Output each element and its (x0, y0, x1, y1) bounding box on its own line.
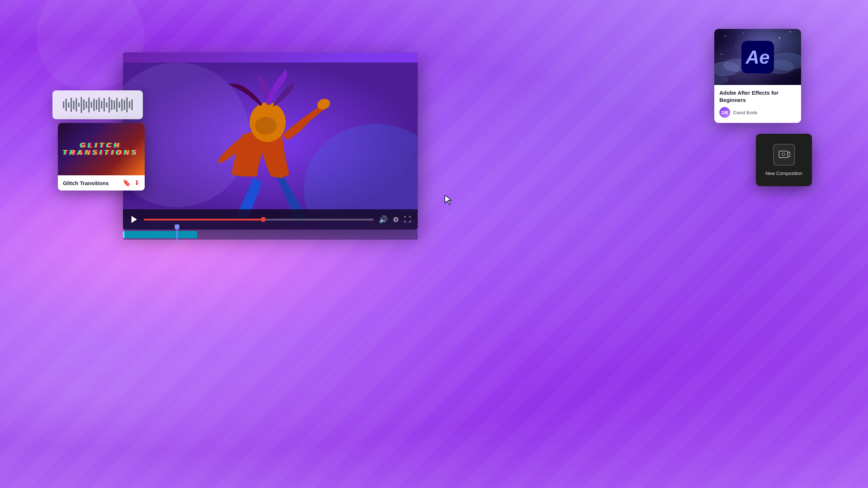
fullscreen-icon[interactable]: ⛶ (404, 215, 411, 224)
waveform-bar (131, 99, 133, 110)
waveform-bar (63, 101, 64, 108)
waveform-bar (76, 98, 77, 112)
waveform-bar (114, 100, 115, 110)
video-controls[interactable]: 🔊 ⚙ ⛶ (123, 209, 418, 230)
waveform-bar (103, 98, 105, 112)
waveform-bar (68, 102, 69, 108)
waveform-bar (101, 101, 102, 109)
glitch-title: Glitch Transitions (63, 180, 109, 186)
timeline-track[interactable] (123, 230, 418, 240)
bookmark-icon[interactable]: 🔖 (123, 179, 131, 187)
waveform-bar (65, 99, 67, 111)
waveform-bar (86, 101, 87, 108)
new-composition-icon (773, 144, 795, 166)
svg-point-14 (736, 47, 736, 47)
settings-icon[interactable]: ⚙ (393, 215, 399, 224)
new-composition-button[interactable]: New Composition (756, 134, 812, 186)
waveform-bar (93, 99, 95, 111)
svg-point-6 (255, 117, 277, 135)
play-button[interactable] (129, 215, 139, 224)
progress-fill (144, 219, 263, 221)
video-content (123, 52, 418, 230)
volume-icon[interactable]: 🔊 (379, 215, 388, 224)
waveform-bar (81, 97, 82, 113)
waveform-bar (124, 100, 125, 110)
waveform-bar (88, 97, 90, 112)
ae-author: DB David Bode (719, 107, 796, 118)
new-composition-label: New Composition (766, 171, 803, 176)
svg-point-11 (779, 37, 780, 39)
dancer-illustration (123, 52, 418, 230)
video-player[interactable]: 🔊 ⚙ ⛶ (123, 52, 418, 230)
waveform-bars (63, 96, 133, 114)
waveform-bar (73, 100, 75, 110)
waveform-bar (96, 100, 97, 110)
waveform-bar (119, 102, 120, 108)
timeline-clip[interactable] (123, 231, 197, 238)
glitch-footer: Glitch Transitions 🔖 ⬇ (58, 175, 145, 191)
waveform-card (52, 90, 143, 119)
svg-marker-7 (131, 216, 137, 223)
waveform-bar (106, 102, 107, 108)
waveform-bar (78, 103, 80, 107)
progress-thumb (261, 217, 266, 222)
svg-point-15 (721, 54, 722, 55)
download-icon[interactable]: ⬇ (134, 179, 140, 187)
svg-point-9 (725, 36, 726, 37)
waveform-bar (111, 99, 112, 110)
progress-bar[interactable] (144, 219, 374, 221)
waveform-bar (91, 102, 92, 108)
composition-icon-svg (778, 148, 791, 161)
waveform-bar (83, 99, 85, 110)
waveform-bar (116, 98, 118, 112)
glitch-card: GLITCH TRANSITIONS Glitch Transitions 🔖 … (58, 123, 145, 191)
timeline-playhead (176, 227, 178, 243)
author-name: David Bode (733, 110, 757, 115)
glitch-subtitle2: TRANSITIONS (63, 149, 139, 157)
ae-card-title: Adobe After Effects for Beginners (719, 89, 796, 103)
waveform-bar (126, 97, 128, 112)
glitch-text: GLITCH TRANSITIONS (63, 142, 139, 157)
waveform-bar (129, 101, 130, 108)
glitch-actions: 🔖 ⬇ (123, 179, 140, 187)
ae-logo: Ae (741, 41, 774, 73)
glitch-subtitle: GLITCH (63, 142, 139, 149)
waveform-bar (109, 97, 110, 113)
cursor (444, 194, 453, 207)
waveform-bar (71, 98, 72, 112)
timeline-area[interactable] (123, 230, 418, 240)
glitch-thumbnail: GLITCH TRANSITIONS (58, 123, 145, 175)
svg-point-12 (790, 31, 791, 33)
svg-point-24 (782, 153, 785, 156)
svg-rect-22 (779, 151, 788, 158)
svg-point-10 (743, 32, 744, 33)
ae-thumbnail: Ae (714, 29, 801, 85)
ae-body: Adobe After Effects for Beginners DB Dav… (714, 85, 801, 123)
author-avatar: DB (719, 107, 730, 118)
waveform-bar (98, 98, 100, 112)
ae-course-card[interactable]: Ae Adobe After Effects for Beginners DB … (714, 29, 801, 123)
waveform-bar (121, 99, 123, 111)
